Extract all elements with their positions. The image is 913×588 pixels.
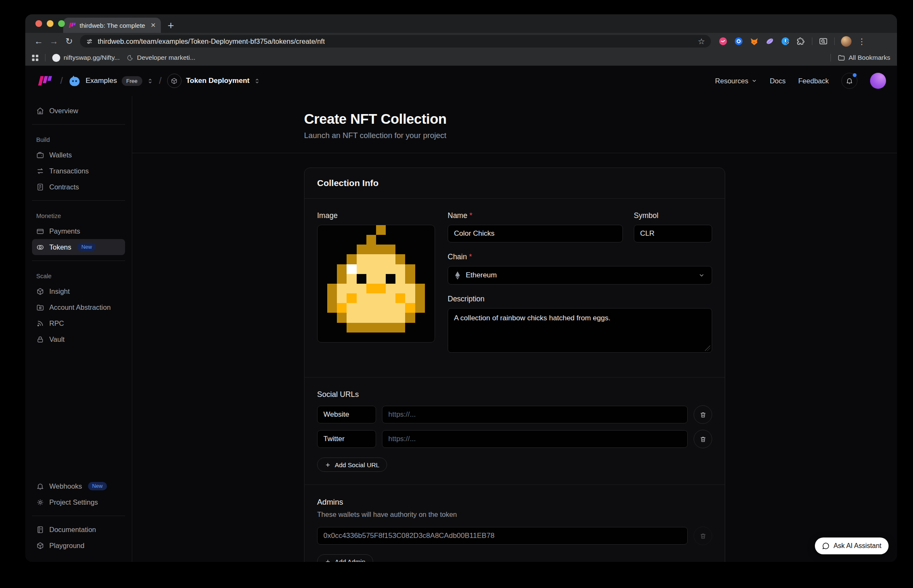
chrome-menu-icon[interactable]: ⋮: [858, 37, 866, 46]
close-window-button[interactable]: [35, 20, 42, 27]
account-avatar[interactable]: [870, 73, 886, 89]
sidebar: Overview Build Wallets Transactions Cont…: [25, 96, 132, 562]
blue-ring-extension-icon[interactable]: [734, 37, 743, 46]
main-content: Create NFT Collection Launch an NFT coll…: [132, 96, 897, 562]
chain-value: Ethereum: [466, 271, 497, 279]
social-urls-section: Social URLs: [317, 390, 712, 472]
social-url-input[interactable]: [382, 430, 688, 448]
coins-icon: [36, 243, 44, 251]
sidebar-item-wallets[interactable]: Wallets: [32, 147, 125, 163]
bookmark-developer-marketing[interactable]: Developer marketi...: [126, 54, 195, 61]
thirdweb-logo[interactable]: [36, 75, 55, 87]
forward-icon[interactable]: →: [46, 36, 61, 46]
book-icon: [36, 526, 44, 534]
pink-extension-icon[interactable]: [718, 37, 728, 46]
wallet-icon: [36, 151, 44, 159]
purple-extension-icon[interactable]: [765, 37, 774, 46]
admins-title: Admins: [317, 498, 712, 507]
sidebar-item-label: RPC: [49, 319, 64, 327]
sidebar-item-vault[interactable]: Vault: [32, 331, 125, 347]
sidebar-section-scale: Scale: [36, 273, 121, 279]
sidebar-item-contracts[interactable]: Contracts: [32, 179, 125, 195]
add-social-url-label: Add Social URL: [335, 461, 379, 468]
add-admin-label: Add Admin: [335, 558, 366, 562]
all-bookmarks-button[interactable]: All Bookmarks: [838, 54, 890, 61]
sidebar-item-insight[interactable]: Insight: [32, 283, 125, 299]
bookmark-label: niftyswap.gg/Nifty...: [64, 54, 120, 61]
sidebar-item-overview[interactable]: Overview: [32, 103, 125, 119]
plus-icon: [325, 462, 331, 468]
app-header: / Examples Free / Token Deployment: [25, 66, 897, 96]
clock-extension-icon[interactable]: [781, 37, 790, 46]
symbol-label: Symbol: [634, 211, 712, 220]
sidebar-item-label: Contracts: [49, 183, 79, 191]
sidebar-item-label: Webhooks: [49, 482, 82, 490]
new-tab-button[interactable]: +: [168, 20, 174, 31]
metamask-extension-icon[interactable]: [750, 37, 759, 46]
minimize-window-button[interactable]: [47, 20, 53, 27]
devtools-icon[interactable]: [819, 37, 828, 46]
add-social-url-button[interactable]: Add Social URL: [317, 458, 387, 472]
bookmark-star-icon[interactable]: ☆: [698, 37, 705, 46]
chain-select[interactable]: Ethereum: [448, 266, 712, 285]
sidebar-item-playground[interactable]: Playground: [32, 537, 125, 553]
sidebar-item-project-settings[interactable]: Project Settings: [32, 494, 125, 510]
browser-toolbar: ← → ↻ thirdweb.com/team/examples/Token-D…: [25, 33, 897, 50]
ask-ai-assistant-button[interactable]: Ask AI Assistant: [815, 537, 889, 554]
sidebar-item-webhooks[interactable]: Webhooks New: [32, 478, 125, 494]
nft-image-preview[interactable]: [317, 225, 435, 343]
resources-menu[interactable]: Resources: [715, 77, 757, 85]
trash-icon: [699, 411, 707, 418]
project-avatar: [68, 74, 81, 87]
bookmark-niftyswap[interactable]: niftyswap.gg/Nifty...: [52, 54, 120, 62]
delete-social-url-button[interactable]: [694, 405, 712, 424]
admin-address-input[interactable]: [317, 527, 688, 545]
collection-info-card: Collection Info Image: [304, 168, 725, 562]
address-bar[interactable]: thirdweb.com/team/examples/Token-Deploym…: [80, 35, 711, 48]
social-platform-input[interactable]: [317, 430, 376, 448]
name-input[interactable]: [448, 225, 623, 242]
team-switcher-icon[interactable]: [254, 77, 261, 85]
sidebar-item-account-abstraction[interactable]: Account Abstraction: [32, 299, 125, 315]
docs-link[interactable]: Docs: [770, 77, 786, 85]
reload-icon[interactable]: ↻: [61, 36, 77, 46]
sidebar-item-label: Playground: [49, 542, 84, 550]
notifications-button[interactable]: [841, 73, 857, 89]
symbol-input[interactable]: [634, 225, 712, 242]
bookmarks-bar: niftyswap.gg/Nifty... Developer marketi.…: [25, 50, 897, 66]
tab-title: thirdweb: The complete web3: [80, 22, 147, 29]
social-url-input[interactable]: [382, 406, 688, 423]
feedback-link[interactable]: Feedback: [798, 77, 829, 85]
browser-profile-avatar[interactable]: [841, 36, 852, 47]
zoom-window-button[interactable]: [58, 20, 65, 27]
all-bookmarks-label: All Bookmarks: [849, 54, 890, 61]
apps-grid-icon[interactable]: [32, 55, 38, 61]
sidebar-section-build: Build: [36, 136, 121, 143]
back-icon[interactable]: ←: [31, 36, 46, 46]
crescent-icon: [126, 54, 133, 61]
browser-window: thirdweb: The complete web3 ✕ + ← → ↻ th…: [25, 14, 897, 562]
breadcrumb-team[interactable]: Token Deployment: [186, 77, 250, 85]
breadcrumb-project[interactable]: Examples: [85, 77, 117, 85]
toolbar-divider: [834, 37, 835, 45]
sidebar-item-tokens[interactable]: Tokens New: [32, 239, 125, 255]
admin-row: [317, 527, 712, 545]
extensions-puzzle-icon[interactable]: [796, 37, 806, 46]
project-switcher-icon[interactable]: [147, 77, 154, 85]
sidebar-item-label: Insight: [49, 287, 70, 295]
sidebar-item-transactions[interactable]: Transactions: [32, 163, 125, 179]
delete-social-url-button[interactable]: [694, 430, 712, 448]
plan-badge: Free: [122, 76, 142, 86]
site-settings-icon[interactable]: [86, 38, 93, 45]
sidebar-item-payments[interactable]: Payments: [32, 223, 125, 239]
chevron-down-icon: [751, 78, 757, 84]
sidebar-item-documentation[interactable]: Documentation: [32, 521, 125, 537]
description-textarea[interactable]: A collection of rainbow chicks hatched f…: [448, 308, 712, 353]
sidebar-item-rpc[interactable]: RPC: [32, 315, 125, 331]
social-platform-input[interactable]: [317, 406, 376, 423]
url-text[interactable]: thirdweb.com/team/examples/Token-Deploym…: [98, 37, 325, 45]
add-admin-button[interactable]: Add Admin: [317, 554, 373, 562]
browser-tab[interactable]: thirdweb: The complete web3 ✕: [63, 18, 161, 33]
tab-strip: thirdweb: The complete web3 ✕ +: [25, 14, 897, 33]
tab-close-icon[interactable]: ✕: [150, 21, 156, 29]
